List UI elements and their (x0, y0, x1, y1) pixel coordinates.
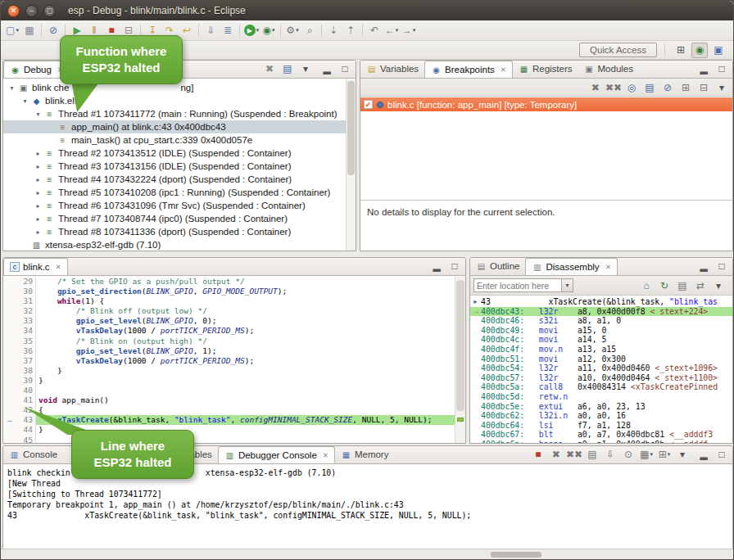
remove-breakpoint-icon[interactable]: ✖ (587, 79, 604, 95)
drop-to-frame-icon[interactable]: ⇓ (202, 23, 219, 38)
pin-console-icon[interactable]: ⊙ (620, 447, 637, 463)
previous-annotation-icon[interactable]: ⇡ (342, 23, 359, 38)
debug-tree-row[interactable]: ≡app_main() at blink.c:43 0x400dbc43 (3, 120, 346, 133)
minimize-icon[interactable]: ▂ (428, 259, 445, 274)
view-menu-icon[interactable]: ▾ (674, 447, 691, 463)
expander-icon[interactable]: ▸ (33, 228, 43, 236)
current-line-marker[interactable] (457, 418, 464, 422)
maximize-icon[interactable]: □ (714, 447, 730, 463)
tab-close-icon[interactable]: ✕ (56, 263, 61, 271)
maximize-button[interactable]: ◻ (43, 5, 56, 17)
disassembly-listing[interactable]: ▸43 xTaskCreate(&blink_task, "blink_tas→… (470, 296, 732, 443)
debug-launch-icon[interactable]: ◉▾ (261, 23, 277, 38)
console-tab-console[interactable]: ▥Console (3, 446, 63, 463)
close-button[interactable]: ✕ (7, 5, 20, 17)
open-console-icon[interactable]: ⊞▾ (656, 447, 673, 463)
search-icon[interactable]: ⌕ (301, 23, 318, 38)
show-source-icon[interactable]: ▤ (674, 278, 691, 293)
refresh-icon[interactable]: ↻ (656, 278, 673, 293)
right-tab-registers[interactable]: ▦Registers (513, 61, 578, 78)
remove-all-breakpoints-icon[interactable]: ✖✖ (605, 79, 622, 95)
external-tools-icon[interactable]: ⚙▾ (284, 23, 301, 38)
expander-icon[interactable]: ▸ (33, 202, 43, 210)
maximize-icon[interactable]: □ (337, 61, 353, 77)
goto-breakpoint-file-icon[interactable]: ▤ (641, 79, 658, 95)
right-tab-breakpoints[interactable]: ◉Breakpoints✕ (424, 61, 513, 78)
quick-access-button[interactable]: Quick Access (579, 43, 657, 57)
view-menu-icon[interactable]: ▾ (710, 278, 727, 293)
console-tab-debugger-console[interactable]: ▥Debugger Console✕ (218, 446, 335, 463)
scrollbar-thumb[interactable] (347, 81, 355, 175)
tab-close-icon[interactable]: ✕ (605, 263, 611, 271)
terminate-icon[interactable]: ■ (530, 447, 546, 463)
debug-tree-row[interactable]: ▸≡Thread #4 1073432224 (dport) (Suspende… (3, 173, 346, 186)
breakpoints-list[interactable]: ✔ blink.c [function: app_main] [type: Te… (360, 97, 732, 200)
remove-launch-icon[interactable]: ✖ (548, 447, 564, 463)
icon-ruler[interactable] (3, 316, 16, 326)
debug-tree-row[interactable]: ≡main_task() at cpu_start.c:339 0x400d05… (3, 133, 346, 147)
location-input[interactable] (473, 278, 562, 292)
expander-icon[interactable]: ▸ (33, 163, 43, 170)
run-icon[interactable]: ▶▾ (243, 23, 260, 38)
expander-icon[interactable]: ▸ (33, 150, 43, 157)
debug-tree-row[interactable]: ▸≡Thread #5 1073410208 (ipc1 : Running) … (3, 186, 346, 199)
collapse-all-icon[interactable]: ⊟ (695, 79, 712, 95)
minimize-icon[interactable]: ▂ (695, 447, 712, 463)
remove-all-terminated-icon[interactable]: ✖ (261, 61, 278, 77)
c-cpp-perspective-icon[interactable]: ▣ (710, 43, 727, 58)
debug-tree-row[interactable]: ▸≡Thread #7 1073408744 (ipc0) (Suspended… (3, 212, 346, 225)
icon-ruler[interactable] (3, 356, 16, 366)
icon-ruler[interactable] (3, 436, 16, 444)
code-editor[interactable]: 29 /* Set the GPIO as a push/pull output… (3, 277, 465, 443)
display-selected-console-icon[interactable]: ▦▾ (638, 447, 655, 463)
right-tab-modules[interactable]: ▣Modules (578, 61, 639, 78)
debug-tree-row[interactable]: ▾◆blink.elf (3, 94, 346, 107)
debug-tree-row[interactable]: ▸≡Thread #8 1073411336 (dport) (Suspende… (3, 225, 346, 238)
remove-all-launches-icon[interactable]: ✖✖ (566, 447, 582, 463)
thread-presentation-icon[interactable]: ▤ (279, 61, 296, 77)
right-tab-variables[interactable]: ▤Variables (360, 61, 424, 78)
icon-ruler[interactable] (3, 405, 16, 415)
breakpoint-row[interactable]: ✔ blink.c [function: app_main] [type: Te… (360, 97, 732, 111)
icon-ruler[interactable] (3, 366, 16, 376)
forward-icon[interactable]: →▾ (401, 23, 417, 38)
icon-ruler[interactable] (3, 425, 16, 435)
expander-icon[interactable]: ▾ (33, 111, 43, 118)
scroll-lock-icon[interactable]: ⇩ (602, 447, 618, 463)
minimize-button[interactable]: – (25, 5, 38, 17)
expander-icon[interactable]: ▾ (20, 97, 30, 105)
next-annotation-icon[interactable]: ⇣ (325, 23, 342, 38)
skip-all-breakpoints-icon[interactable]: ⊘ (45, 23, 61, 38)
debug-tree-row[interactable]: ▸≡Thread #6 1073431096 (Tmr Svc) (Suspen… (3, 199, 346, 212)
maximize-icon[interactable]: □ (714, 61, 730, 77)
maximize-icon[interactable]: □ (446, 259, 463, 274)
editor-overview-ruler[interactable] (455, 277, 465, 443)
location-dropdown-icon[interactable]: ▾ (562, 278, 573, 292)
show-breakpoints-for-selection-icon[interactable]: ◎ (623, 79, 640, 95)
outline-tab-disassembly[interactable]: ▥Disassembly✕ (525, 258, 617, 275)
new-wizard-icon[interactable]: ▢▾ (4, 23, 20, 38)
console-tab-memory[interactable]: ▦Memory (335, 446, 395, 463)
expander-icon[interactable]: ▸ (33, 189, 43, 196)
clear-console-icon[interactable]: ▤ (584, 447, 600, 463)
sync-selection-icon[interactable]: ⇄ (692, 278, 709, 293)
scrollbar-thumb[interactable] (456, 280, 464, 411)
save-icon[interactable]: ▦ (21, 23, 38, 38)
breakpoint-checkbox[interactable]: ✔ (364, 100, 373, 109)
open-perspective-icon[interactable]: ⊞ (673, 43, 689, 58)
expander-icon[interactable]: ▾ (7, 84, 17, 92)
expander-icon[interactable]: ▸ (33, 215, 43, 223)
back-icon[interactable]: ←▾ (383, 23, 400, 38)
instruction-pointer-icon[interactable]: → (3, 415, 16, 425)
editor-tab-blink-c[interactable]: cblink.c✕ (3, 258, 68, 275)
view-menu-icon[interactable]: ▾ (297, 61, 314, 77)
debug-tree-row[interactable]: ▸≡Thread #2 1073413512 (IDLE) (Suspended… (3, 147, 346, 160)
icon-ruler[interactable] (3, 296, 16, 306)
horizontal-scrollbar[interactable] (491, 552, 541, 558)
icon-ruler[interactable] (3, 306, 16, 316)
icon-ruler[interactable] (3, 336, 16, 346)
minimize-icon[interactable]: ▂ (695, 61, 712, 77)
minimize-icon[interactable]: ▂ (695, 259, 712, 274)
icon-ruler[interactable] (3, 277, 16, 287)
outline-tab-outline[interactable]: ▤Outline (470, 258, 525, 275)
